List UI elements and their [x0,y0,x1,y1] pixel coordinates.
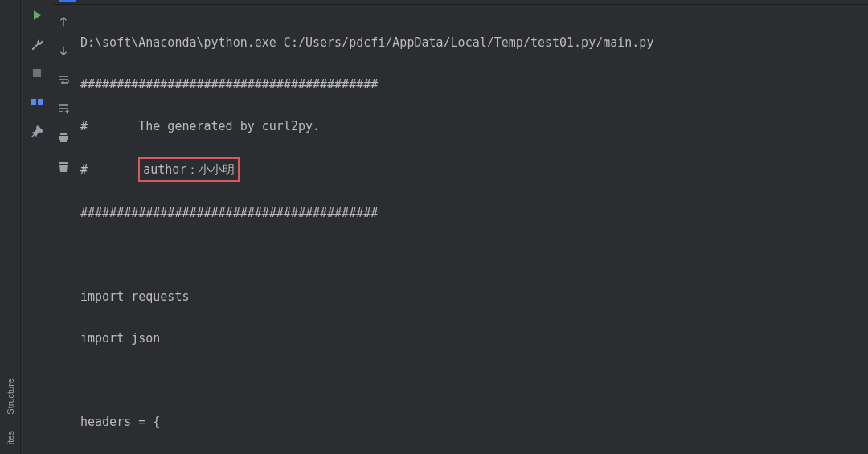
console-output[interactable]: D:\soft\Anaconda\python.exe C:/Users/pdc… [74,5,868,454]
structure-tool-button[interactable]: Structure [6,372,15,421]
layout-icon[interactable] [30,95,44,109]
console-area: D:\soft\Anaconda\python.exe C:/Users/pdc… [53,0,868,454]
blank-line [80,244,865,265]
headers-open: headers = { [80,411,865,432]
svg-rect-2 [38,99,43,105]
blank-line [80,370,865,391]
author-line: # author：小小明 [80,157,865,182]
generated-line: # The generated by curl2py. [80,116,865,137]
command-line: D:\soft\Anaconda\python.exe C:/Users/pdc… [80,32,865,53]
pin-icon[interactable] [30,124,44,138]
favorites-tool-button[interactable]: ites [6,424,15,451]
print-icon[interactable] [56,130,71,145]
run-icon[interactable] [30,8,44,22]
svg-rect-0 [33,69,41,77]
trash-icon[interactable] [56,159,71,174]
soft-wrap-icon[interactable] [56,72,71,87]
run-toolbar [21,0,53,454]
import-requests: import requests [80,286,865,307]
wrench-icon[interactable] [30,37,44,51]
scroll-to-end-icon[interactable] [56,101,71,116]
up-arrow-icon[interactable] [56,14,71,29]
favorites-label: ites [6,431,15,444]
left-sidebar: Structure ites [0,0,21,454]
stop-icon[interactable] [30,66,44,80]
console-controls [53,5,74,454]
structure-label: Structure [6,378,15,415]
import-json: import json [80,328,865,349]
hash-line-1: ########################################… [80,74,865,95]
console-active-tab[interactable] [59,0,76,2]
author-highlight: author：小小明 [138,157,240,182]
hash-line-2: ########################################… [80,202,865,223]
down-arrow-icon[interactable] [56,43,71,58]
svg-rect-1 [31,99,36,105]
